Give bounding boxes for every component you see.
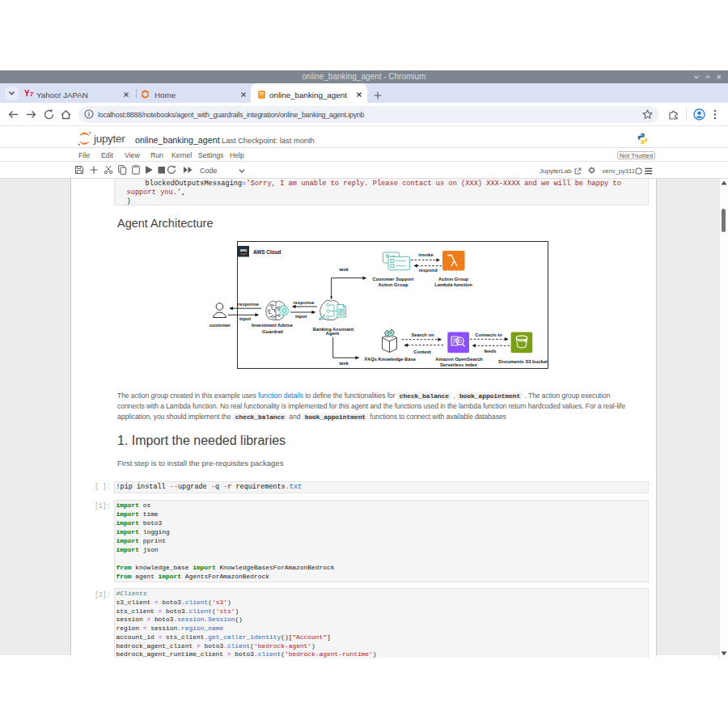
svg-text:Agent: Agent [326, 331, 339, 336]
svg-text:feeds: feeds [484, 349, 496, 353]
svg-text:Connects to: Connects to [475, 332, 502, 337]
svg-text:customer: customer [210, 323, 231, 328]
svg-text:task: task [339, 361, 349, 366]
svg-text:aws: aws [240, 248, 248, 252]
svg-text:FAQs Knowledge Base: FAQs Knowledge Base [365, 357, 417, 362]
svg-text:Action Group: Action Group [438, 277, 468, 281]
svg-text:AWS Cloud: AWS Cloud [253, 249, 281, 255]
svg-text:invoke: invoke [418, 252, 434, 257]
svg-text:Serverless index: Serverless index [440, 362, 478, 367]
svg-text:input: input [239, 316, 251, 321]
svg-text:Action Group: Action Group [378, 282, 408, 287]
svg-text:Amazon OpenSearch: Amazon OpenSearch [435, 357, 483, 362]
svg-text:Investment Advise: Investment Advise [252, 323, 294, 328]
svg-text:task: task [339, 267, 349, 272]
svg-text:Lambda function: Lambda function [434, 282, 472, 287]
svg-text:Context: Context [413, 349, 431, 354]
svg-text:Documents S3 bucket: Documents S3 bucket [498, 359, 548, 364]
svg-text:response: response [238, 302, 260, 307]
svg-text:respond: respond [419, 268, 438, 273]
svg-text:Search on: Search on [411, 332, 434, 337]
svg-text:Guardrail: Guardrail [262, 329, 283, 334]
svg-text:response: response [294, 300, 315, 305]
svg-text:Customer Support: Customer Support [373, 277, 414, 281]
svg-text:input: input [295, 314, 307, 319]
